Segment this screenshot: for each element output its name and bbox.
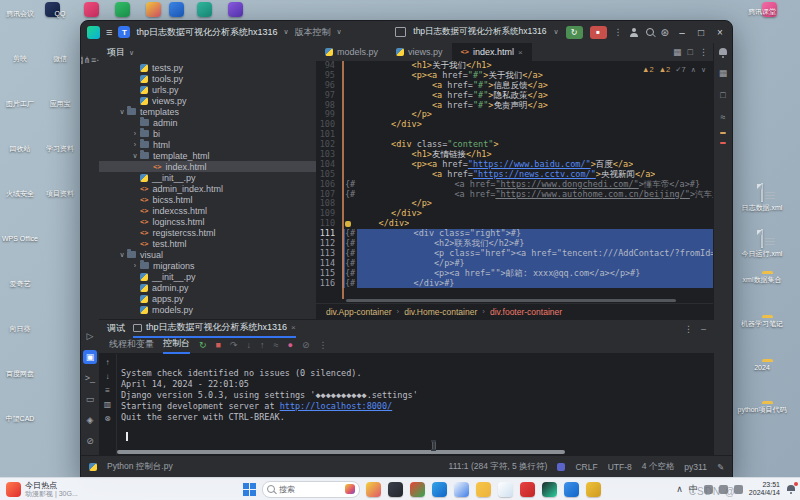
desktop-icon-中望CAD[interactable]: 中望CAD	[0, 413, 52, 423]
close-button[interactable]: ×	[714, 27, 726, 38]
code-line-100[interactable]: 100</div>	[316, 120, 714, 130]
tree-item-apps.py[interactable]: apps.py	[99, 293, 316, 304]
tree-item-admin[interactable]: admin	[99, 117, 316, 128]
tree-item-tests.py[interactable]: tests.py	[99, 62, 316, 73]
rerun-button[interactable]: ↻	[566, 26, 583, 39]
desktop-icon-app[interactable]	[730, 448, 794, 450]
debug-tab-控制台[interactable]: 控制台	[163, 336, 190, 354]
code-line-111[interactable]: 111{#<div class="right">#}	[316, 229, 714, 239]
more-actions-icon[interactable]: ⋮	[614, 27, 623, 37]
tree-item-index.html[interactable]: <>index.html	[99, 161, 316, 172]
tree-item-__init__.py[interactable]: __init__.py	[99, 271, 316, 282]
split-editor-icon[interactable]: ▦	[673, 47, 682, 57]
code-line-110[interactable]: 110</div>	[316, 219, 714, 229]
rerun-button[interactable]: ↻	[199, 339, 207, 351]
notification-center-icon[interactable]	[786, 484, 796, 494]
clock[interactable]: 23:51 2024/4/14	[749, 481, 780, 497]
tree-item-visual[interactable]: ∨visual	[99, 249, 316, 260]
stop-button[interactable]: ■	[216, 339, 221, 351]
inspections-widget[interactable]: ▲2 ▲2 ✓7 ∧ ∨	[642, 65, 706, 74]
evaluate-expression-icon[interactable]: ≈	[274, 339, 279, 351]
code-line-116[interactable]: 116{#</div>#}	[316, 279, 714, 289]
main-menu-icon[interactable]: ≡	[106, 27, 112, 38]
scroll-to-top-icon[interactable]: ↑	[106, 358, 110, 367]
code-line-103[interactable]: 103<h1>友情链接</h1>	[316, 150, 714, 160]
code-line-115[interactable]: 115{#<p><a href="">邮箱: xxxx@qq.com</a></…	[316, 269, 714, 279]
debug-session-tab[interactable]: thp日志数据可视化分析系统hx1316 ×	[133, 319, 296, 338]
tree-arrow-icon[interactable]: ›	[131, 130, 139, 137]
pycharm-icon[interactable]	[542, 482, 557, 497]
code-line-102[interactable]: 102<div class="content">	[316, 140, 714, 150]
desktop-icon-百度网盘[interactable]: 百度网盘	[0, 368, 52, 378]
line-ending[interactable]: CRLF	[575, 462, 597, 472]
desktop-icon-机器学习笔记[interactable]: 机器学习笔记	[730, 318, 794, 328]
desktop-icon-今日运行.xml[interactable]: 今日运行.xml	[730, 230, 794, 258]
next-problem-icon[interactable]: ∨	[701, 66, 706, 74]
debug-console-body[interactable]: ↑↓≡▥⊗ System check identified no issues …	[99, 354, 714, 457]
desktop-icon-xml数据集合[interactable]: xml数据集合	[730, 274, 794, 284]
search-everywhere-icon[interactable]	[646, 28, 654, 36]
code-line-97[interactable]: 97<a href="#">隐私政策</a>	[316, 91, 714, 101]
code-line-107[interactable]: 107{#<a href="https://www.autohome.com.c…	[316, 190, 714, 200]
code-line-96[interactable]: 96<a href="#">信息反馈</a>	[316, 81, 714, 91]
tree-arrow-icon[interactable]: ∨	[118, 251, 126, 259]
game-app-icon[interactable]	[586, 482, 601, 497]
news-widget[interactable]: 今日热点 动漫影视 | 30G...	[0, 481, 146, 498]
tray-expand-icon[interactable]: ∧	[676, 484, 683, 494]
step-out-icon[interactable]: ↑	[260, 339, 265, 351]
step-into-icon[interactable]: ↓	[247, 339, 252, 351]
view-breakpoints-icon[interactable]: ⊘	[302, 339, 310, 351]
editor-horizontal-scrollbar[interactable]	[346, 299, 676, 302]
tree-item-tools.py[interactable]: tools.py	[99, 73, 316, 84]
database-tool-icon[interactable]: ▦	[716, 66, 730, 80]
search-input[interactable]: 搜索	[262, 481, 360, 498]
console-horizontal-scrollbar[interactable]	[117, 450, 565, 454]
inspections-gear-icon[interactable]	[557, 463, 565, 471]
clear-console-icon[interactable]: ⊗	[104, 414, 111, 423]
lock-icon[interactable]: ✎	[717, 462, 724, 472]
code-line-108[interactable]: 108</p>	[316, 199, 714, 209]
desktop-icon-python项目代码[interactable]: python项目代码	[730, 404, 794, 414]
project-icon[interactable]: T	[118, 26, 130, 38]
editor-tab-views.py[interactable]: views.py	[387, 43, 452, 61]
qq-icon[interactable]	[498, 482, 513, 497]
browser-app-icon[interactable]	[146, 2, 161, 17]
opera-icon[interactable]	[454, 482, 469, 497]
code-editor[interactable]: 94<h1>关于我们</h1>95<p><a href="#">关于我们</a>…	[316, 61, 714, 299]
code-line-112[interactable]: 112{#<h2>联系我们</h2>#}	[316, 239, 714, 249]
tree-item-test.html[interactable]: <>test.html	[99, 238, 316, 249]
indent-setting[interactable]: 4 个空格	[642, 461, 675, 473]
close-icon[interactable]: ×	[291, 323, 296, 332]
desktop-icon-腾讯课堂[interactable]: 腾讯课堂	[730, 6, 794, 16]
maximize-button[interactable]: □	[695, 27, 707, 38]
tree-item-migrations[interactable]: ›migrations	[99, 260, 316, 271]
more-options-icon[interactable]: ⋮	[318, 339, 327, 351]
commit-tool-icon[interactable]: ⋔	[83, 55, 91, 65]
tree-item-admin.py[interactable]: admin.py	[99, 282, 316, 293]
dark-app-icon[interactable]	[388, 482, 403, 497]
user-account-icon[interactable]	[630, 28, 639, 37]
editor-tab-index.html[interactable]: <>index.html×	[452, 43, 532, 61]
tree-item-admin_index.html[interactable]: <>admin_index.html	[99, 183, 316, 194]
chrome-icon[interactable]	[410, 482, 425, 497]
tree-item-bicss.html[interactable]: <>bicss.html	[99, 194, 316, 205]
problems-tool-icon[interactable]: ⊘	[83, 434, 97, 448]
breadcrumb-item[interactable]: div.App-container	[326, 307, 392, 317]
hide-panel-icon[interactable]: –	[701, 324, 706, 334]
tree-item-indexcss.html[interactable]: <>indexcss.html	[99, 205, 316, 216]
editor-area[interactable]: models.pyviews.py<>index.html×▦□⋮ ▲2 ▲2 …	[316, 43, 714, 319]
terminal-tool-icon[interactable]: ▭	[83, 392, 97, 406]
print-output-icon[interactable]: ▥	[104, 400, 112, 409]
console-link[interactable]: http://localhost:8000/	[280, 401, 393, 411]
editor-layout-icon[interactable]: □	[688, 47, 693, 57]
tree-item-bi[interactable]: ›bi	[99, 128, 316, 139]
minimize-button[interactable]: –	[676, 27, 688, 38]
editor-more-icon[interactable]: ⋮	[699, 47, 708, 57]
code-line-109[interactable]: 109</div>	[316, 209, 714, 219]
edge-icon[interactable]	[432, 482, 447, 497]
file-explorer-icon[interactable]	[476, 482, 491, 497]
cloud-app-icon[interactable]	[169, 2, 184, 17]
tree-arrow-icon[interactable]: ›	[131, 141, 139, 148]
intention-bulb-icon[interactable]	[345, 221, 351, 227]
highlights-app-icon[interactable]	[366, 482, 381, 497]
